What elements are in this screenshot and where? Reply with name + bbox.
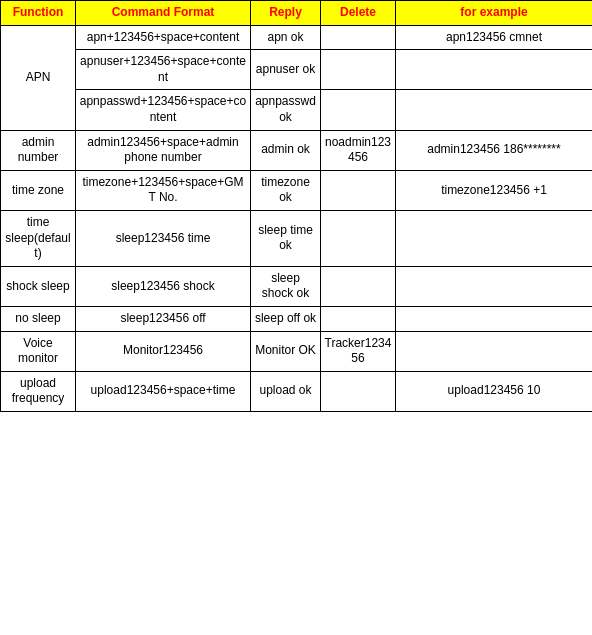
cell-func-shocksleep: shock sleep xyxy=(1,266,76,306)
cell-ex-apn3 xyxy=(396,90,593,130)
cell-ex-timesleep xyxy=(396,210,593,266)
cell-del-uploadfreq xyxy=(321,371,396,411)
cell-reply-voicemonitor: Monitor OK xyxy=(251,331,321,371)
table-row: Voice monitor Monitor123456 Monitor OK T… xyxy=(1,331,593,371)
cell-cmd-timezone: timezone+123456+space+GMT No. xyxy=(76,170,251,210)
cell-del-admin: noadmin123456 xyxy=(321,130,396,170)
cell-del-apn1 xyxy=(321,25,396,50)
cell-cmd-apn2: apnuser+123456+space+content xyxy=(76,50,251,90)
table-row: apnuser+123456+space+content apnuser ok xyxy=(1,50,593,90)
cell-reply-apn2: apnuser ok xyxy=(251,50,321,90)
cell-cmd-admin: admin123456+space+admin phone number xyxy=(76,130,251,170)
cell-reply-timezone: timezone ok xyxy=(251,170,321,210)
cell-reply-apn1: apn ok xyxy=(251,25,321,50)
cell-del-nosleep xyxy=(321,306,396,331)
cell-func-uploadfreq: upload frequency xyxy=(1,371,76,411)
cell-del-apn3 xyxy=(321,90,396,130)
cell-reply-shocksleep: sleep shock ok xyxy=(251,266,321,306)
cell-ex-shocksleep xyxy=(396,266,593,306)
cell-ex-apn2 xyxy=(396,50,593,90)
cell-ex-timezone: timezone123456 +1 xyxy=(396,170,593,210)
cell-func-admin: admin number xyxy=(1,130,76,170)
table-row: apnpasswd+123456+space+content apnpasswd… xyxy=(1,90,593,130)
cell-func-voicemonitor: Voice monitor xyxy=(1,331,76,371)
cell-ex-voicemonitor xyxy=(396,331,593,371)
cell-cmd-voicemonitor: Monitor123456 xyxy=(76,331,251,371)
cell-cmd-shocksleep: sleep123456 shock xyxy=(76,266,251,306)
cell-cmd-uploadfreq: upload123456+space+time xyxy=(76,371,251,411)
cell-func-timezone: time zone xyxy=(1,170,76,210)
cell-func-apn: APN xyxy=(1,25,76,130)
table-row: shock sleep sleep123456 shock sleep shoc… xyxy=(1,266,593,306)
cell-del-voicemonitor: Tracker123456 xyxy=(321,331,396,371)
table-row: admin number admin123456+space+admin pho… xyxy=(1,130,593,170)
header-command: Command Format xyxy=(76,1,251,26)
table-row: APN apn+123456+space+content apn ok apn1… xyxy=(1,25,593,50)
cell-ex-uploadfreq: upload123456 10 xyxy=(396,371,593,411)
cell-del-timesleep xyxy=(321,210,396,266)
cell-ex-admin: admin123456 186******** xyxy=(396,130,593,170)
cell-cmd-timesleep: sleep123456 time xyxy=(76,210,251,266)
cell-func-timesleep: time sleep(default) xyxy=(1,210,76,266)
cell-ex-nosleep xyxy=(396,306,593,331)
cell-del-shocksleep xyxy=(321,266,396,306)
cell-del-timezone xyxy=(321,170,396,210)
header-example: for example xyxy=(396,1,593,26)
cell-reply-timesleep: sleep time ok xyxy=(251,210,321,266)
cell-del-apn2 xyxy=(321,50,396,90)
cell-reply-admin: admin ok xyxy=(251,130,321,170)
cell-reply-nosleep: sleep off ok xyxy=(251,306,321,331)
cell-ex-apn1: apn123456 cmnet xyxy=(396,25,593,50)
header-delete: Delete xyxy=(321,1,396,26)
table-row: time zone timezone+123456+space+GMT No. … xyxy=(1,170,593,210)
cell-cmd-apn3: apnpasswd+123456+space+content xyxy=(76,90,251,130)
table-row: upload frequency upload123456+space+time… xyxy=(1,371,593,411)
table-row: no sleep sleep123456 off sleep off ok xyxy=(1,306,593,331)
header-reply: Reply xyxy=(251,1,321,26)
cell-func-nosleep: no sleep xyxy=(1,306,76,331)
cell-reply-apn3: apnpasswd ok xyxy=(251,90,321,130)
cell-reply-uploadfreq: upload ok xyxy=(251,371,321,411)
header-function: Function xyxy=(1,1,76,26)
table-row: time sleep(default) sleep123456 time sle… xyxy=(1,210,593,266)
cell-cmd-nosleep: sleep123456 off xyxy=(76,306,251,331)
cell-cmd-apn1: apn+123456+space+content xyxy=(76,25,251,50)
